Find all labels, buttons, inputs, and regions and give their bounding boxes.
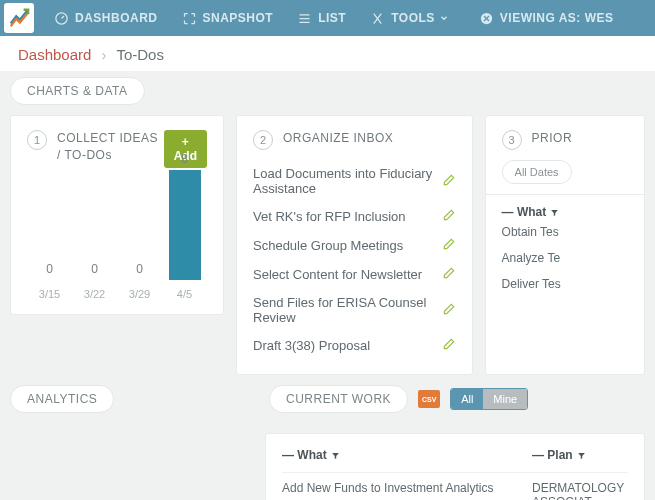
filter-icon bbox=[577, 451, 586, 460]
edit-icon[interactable] bbox=[442, 266, 456, 283]
prior-row[interactable]: Analyze Te bbox=[502, 245, 628, 271]
breadcrumb: Dashboard › To-Dos bbox=[0, 36, 655, 71]
edit-icon[interactable] bbox=[442, 173, 456, 190]
cell-what: Add New Funds to Investment Analytics bbox=[282, 481, 532, 500]
collect-ideas-card: 1 COLLECT IDEAS / TO-DOs + Add 03/1503/2… bbox=[10, 115, 224, 315]
what-column-header[interactable]: — What bbox=[282, 448, 532, 462]
table-row[interactable]: Add New Funds to Investment AnalyticsDER… bbox=[282, 472, 628, 500]
toggle-mine[interactable]: Mine bbox=[483, 389, 527, 409]
nav-label: SNAPSHOT bbox=[203, 11, 274, 25]
step-3-badge: 3 bbox=[502, 130, 522, 150]
chart-value: 0 bbox=[91, 262, 98, 276]
tools-icon bbox=[370, 11, 385, 26]
all-dates-filter[interactable]: All Dates bbox=[502, 160, 572, 184]
top-nav: DASHBOARD SNAPSHOT LIST TOOLS VIEWING AS… bbox=[0, 0, 655, 36]
inbox-item[interactable]: Select Content for Newsletter bbox=[253, 260, 456, 289]
nav-tools[interactable]: TOOLS bbox=[358, 0, 467, 36]
step-2-badge: 2 bbox=[253, 130, 273, 150]
chart-x-label: 3/22 bbox=[84, 288, 105, 300]
inbox-item-text: Send Files for ERISA Counsel Review bbox=[253, 295, 442, 325]
organize-inbox-card: 2 ORGANIZE INBOX Load Documents into Fid… bbox=[236, 115, 473, 375]
cell-plan: DERMATOLOGY ASSOCIAT bbox=[532, 481, 628, 500]
chart-value: 0 bbox=[136, 262, 143, 276]
snapshot-icon bbox=[182, 11, 197, 26]
nav-label: TOOLS bbox=[391, 11, 435, 25]
plan-column-header[interactable]: — Plan bbox=[532, 448, 628, 462]
step-2-label: ORGANIZE INBOX bbox=[283, 130, 393, 147]
filter-icon bbox=[550, 208, 559, 217]
charts-data-header: CHARTS & DATA bbox=[10, 77, 145, 105]
current-work-header: CURRENT WORK bbox=[269, 385, 408, 413]
chevron-right-icon: › bbox=[101, 46, 106, 63]
chart-value: 8 bbox=[181, 152, 188, 166]
inbox-item[interactable]: Schedule Group Meetings bbox=[253, 231, 456, 260]
edit-icon[interactable] bbox=[442, 337, 456, 354]
what-column-header[interactable]: — What bbox=[502, 205, 628, 219]
close-circle-icon bbox=[479, 11, 494, 26]
prioritize-card: 3 PRIOR All Dates — What Obtain TesAnaly… bbox=[485, 115, 645, 375]
toggle-all[interactable]: All bbox=[451, 389, 483, 409]
chart-x-label: 3/29 bbox=[129, 288, 150, 300]
chart-column: 84/5 bbox=[162, 152, 207, 300]
inbox-item[interactable]: Load Documents into Fiduciary Assistance bbox=[253, 160, 456, 202]
chart-value: 0 bbox=[46, 262, 53, 276]
nav-label: LIST bbox=[318, 11, 346, 25]
edit-icon[interactable] bbox=[442, 237, 456, 254]
gauge-icon bbox=[54, 11, 69, 26]
all-mine-toggle[interactable]: All Mine bbox=[450, 388, 528, 410]
breadcrumb-current: To-Dos bbox=[116, 46, 164, 63]
nav-viewing-as[interactable]: VIEWING AS: WES bbox=[467, 0, 626, 36]
edit-icon[interactable] bbox=[442, 302, 456, 319]
inbox-item[interactable]: Vet RK's for RFP Inclusion bbox=[253, 202, 456, 231]
inbox-item-text: Select Content for Newsletter bbox=[253, 267, 422, 282]
prior-row[interactable]: Deliver Tes bbox=[502, 271, 628, 297]
chart-column: 03/22 bbox=[72, 262, 117, 300]
step-3-label: PRIOR bbox=[532, 130, 573, 147]
chart-x-label: 3/15 bbox=[39, 288, 60, 300]
analytics-header: ANALYTICS bbox=[10, 385, 114, 413]
nav-dashboard[interactable]: DASHBOARD bbox=[42, 0, 170, 36]
current-work-table: — What — Plan Add New Funds to Investmen… bbox=[265, 433, 645, 500]
step-1-badge: 1 bbox=[27, 130, 47, 150]
inbox-item[interactable]: Send Files for ERISA Counsel Review bbox=[253, 289, 456, 331]
inbox-item-text: Load Documents into Fiduciary Assistance bbox=[253, 166, 442, 196]
prior-row[interactable]: Obtain Tes bbox=[502, 219, 628, 245]
inbox-item-text: Vet RK's for RFP Inclusion bbox=[253, 209, 406, 224]
step-1-label: COLLECT IDEAS / TO-DOs bbox=[57, 130, 164, 164]
nav-label: VIEWING AS: WES bbox=[500, 11, 614, 25]
inbox-item-text: Draft 3(38) Proposal bbox=[253, 338, 370, 353]
chart-column: 03/29 bbox=[117, 262, 162, 300]
nav-snapshot[interactable]: SNAPSHOT bbox=[170, 0, 286, 36]
inbox-item[interactable]: Draft 3(38) Proposal bbox=[253, 331, 456, 360]
chart-bar bbox=[169, 170, 201, 280]
chevron-down-icon bbox=[439, 13, 449, 23]
inbox-item-text: Schedule Group Meetings bbox=[253, 238, 403, 253]
chart-x-label: 4/5 bbox=[177, 288, 192, 300]
csv-export-icon[interactable]: CSV bbox=[418, 390, 440, 408]
chart-column: 03/15 bbox=[27, 262, 72, 300]
app-logo[interactable] bbox=[4, 3, 34, 33]
nav-list[interactable]: LIST bbox=[285, 0, 358, 36]
edit-icon[interactable] bbox=[442, 208, 456, 225]
todos-bar-chart: 03/1503/2203/2984/5 bbox=[27, 180, 207, 300]
nav-label: DASHBOARD bbox=[75, 11, 158, 25]
list-icon bbox=[297, 11, 312, 26]
breadcrumb-root[interactable]: Dashboard bbox=[18, 46, 91, 63]
filter-icon bbox=[331, 451, 340, 460]
